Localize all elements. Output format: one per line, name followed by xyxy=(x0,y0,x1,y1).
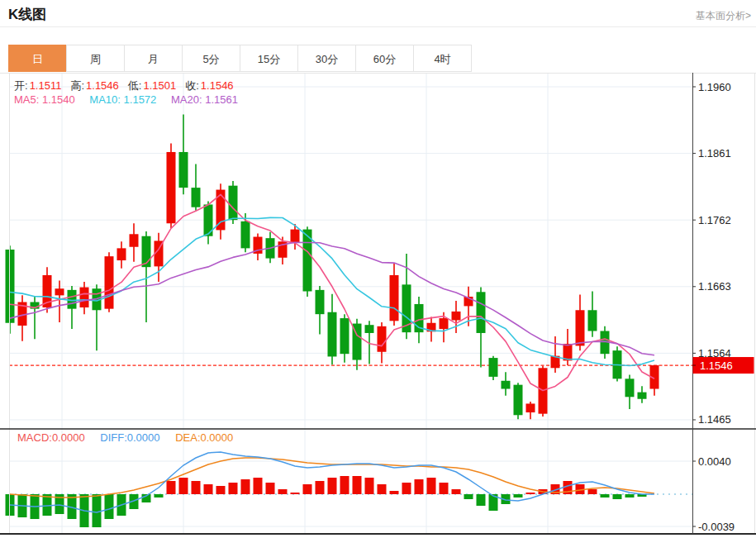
macd-bar xyxy=(402,483,411,494)
macd-bar xyxy=(365,478,374,494)
candle-down xyxy=(31,302,40,309)
tab-period-7[interactable]: 4时 xyxy=(413,45,472,72)
macd-bar xyxy=(328,478,337,494)
period-tab-bar: 日周月5分15分30分60分4时 xyxy=(8,45,472,72)
macd-value: 0.0000 xyxy=(52,431,85,444)
candle-down xyxy=(192,188,201,207)
macd-bar xyxy=(576,484,585,494)
candle-up xyxy=(43,275,52,307)
dea-value: 0.0000 xyxy=(201,431,234,444)
macd-bar xyxy=(117,494,126,516)
low-value: 1.1501 xyxy=(143,79,176,92)
macd-bar xyxy=(155,494,164,498)
dea-line xyxy=(10,458,654,498)
price-axis-label: 1.1564 xyxy=(698,347,731,359)
candle-up xyxy=(254,237,263,254)
macd-bar xyxy=(526,493,535,494)
candle-down xyxy=(638,393,647,399)
diff-line xyxy=(10,452,654,512)
low-label: 低: xyxy=(128,79,142,92)
candle-up xyxy=(105,256,114,308)
macd-bar xyxy=(588,489,597,494)
price-axis-label: 1.1663 xyxy=(698,280,731,293)
current-price-label: 1.1546 xyxy=(700,359,733,372)
macd-bar xyxy=(452,489,461,494)
candle-down xyxy=(303,230,312,292)
macd-bar xyxy=(192,481,201,494)
macd-bar xyxy=(563,481,573,494)
candle-down xyxy=(179,152,188,188)
macd-bar xyxy=(229,483,238,494)
candle-down xyxy=(402,284,411,332)
candle-down xyxy=(477,292,486,333)
macd-bar xyxy=(105,494,114,519)
close-value: 1.1546 xyxy=(201,79,234,92)
candle-up xyxy=(378,326,387,352)
macd-legend: MACD:0.0000 DIFF:0.0000 DEA:0.0000 xyxy=(17,431,245,444)
macd-bar xyxy=(477,494,486,506)
price-axis-label: 1.1465 xyxy=(698,413,731,426)
tab-period-5[interactable]: 30分 xyxy=(297,45,356,72)
tab-period-0[interactable]: 日 xyxy=(8,45,67,72)
macd-bar xyxy=(303,484,312,494)
tab-period-3[interactable]: 5分 xyxy=(182,45,240,72)
candle-up xyxy=(539,368,548,413)
macd-bar xyxy=(241,479,250,494)
ohlc-legend: 开:1.1511高:1.1546低:1.1501收:1.1546 xyxy=(14,79,243,93)
macd-bar xyxy=(489,494,498,511)
candle-down xyxy=(502,381,511,389)
ma-legend: MA5: 1.1540 MA10: 1.1572 MA20: 1.1561 xyxy=(14,93,250,106)
price-axis-label: 1.1762 xyxy=(698,214,731,226)
close-label: 收: xyxy=(185,79,199,92)
current-price-badge xyxy=(693,357,754,374)
candle-up xyxy=(390,275,399,321)
macd-bar xyxy=(638,494,647,497)
macd-bar xyxy=(464,494,473,499)
macd-label: MACD: xyxy=(17,431,52,444)
candle-up xyxy=(291,230,300,243)
tab-period-6[interactable]: 60分 xyxy=(355,45,414,72)
candle-up xyxy=(440,318,449,329)
candle-up xyxy=(427,323,436,332)
macd-bar xyxy=(167,481,176,494)
candle-up xyxy=(563,344,573,360)
high-value: 1.1546 xyxy=(86,79,119,92)
candle-up xyxy=(576,310,585,345)
macd-bar xyxy=(254,478,263,494)
candle-up xyxy=(18,302,27,326)
fundamental-analysis-link[interactable]: 基本面分析> xyxy=(696,9,751,23)
candle-up xyxy=(452,312,461,321)
ma10-value: 1.1572 xyxy=(124,93,157,106)
macd-bar xyxy=(601,494,610,498)
kline-app: { "page": { "title": "K线图", "fundamental… xyxy=(0,0,756,538)
macd-bar xyxy=(551,484,560,494)
macd-bar xyxy=(266,483,275,494)
candle-down xyxy=(93,288,102,310)
macd-bar xyxy=(204,484,213,494)
tab-period-2[interactable]: 月 xyxy=(124,45,183,72)
candle-down xyxy=(204,204,213,236)
open-value: 1.1511 xyxy=(30,79,62,92)
tab-period-4[interactable]: 15分 xyxy=(240,45,298,72)
dea-label: DEA: xyxy=(175,431,200,444)
macd-bar xyxy=(427,478,436,494)
high-label: 高: xyxy=(70,79,84,92)
tab-period-1[interactable]: 周 xyxy=(66,45,125,72)
candle-down xyxy=(514,385,523,416)
macd-bar xyxy=(440,483,449,494)
candle-down xyxy=(229,186,238,221)
candle-up xyxy=(167,152,176,223)
macd-bar xyxy=(6,494,15,516)
macd-bar xyxy=(80,494,89,527)
ma5-value: 1.1540 xyxy=(42,93,75,106)
candle-down xyxy=(241,221,250,249)
macd-bar xyxy=(68,494,77,519)
page-title: K线图 xyxy=(8,5,46,24)
candle-up xyxy=(216,190,226,231)
macd-bar xyxy=(291,493,300,494)
candle-up xyxy=(155,240,164,266)
macd-bar xyxy=(130,494,139,509)
ma5-line xyxy=(10,194,654,390)
ma5-label: MA5: xyxy=(14,93,39,106)
candle-down xyxy=(316,290,325,314)
